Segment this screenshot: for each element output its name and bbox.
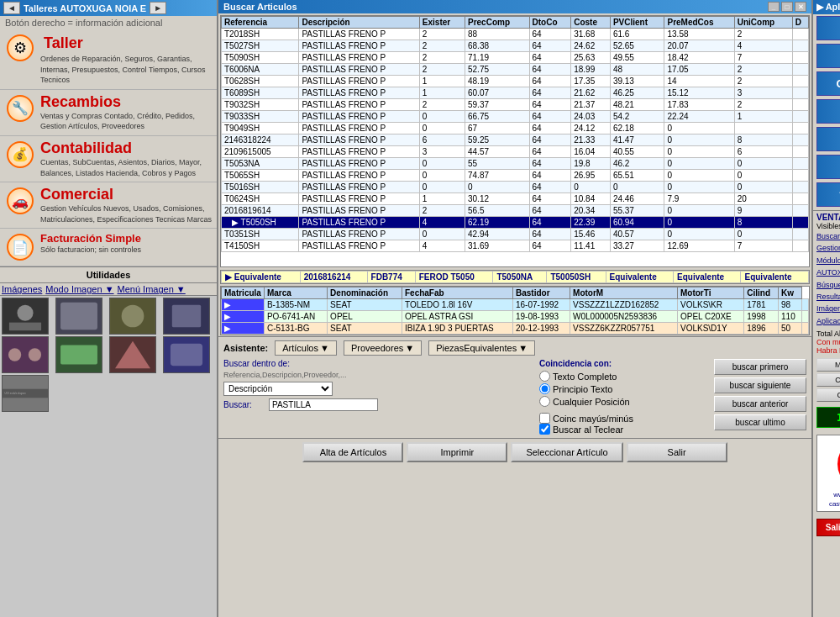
recambios-section[interactable]: 🔧 Recambios Ventas y Compras Contado, Cr…	[0, 90, 217, 136]
col-referencia[interactable]: Referencia	[222, 17, 299, 29]
col-dtoco[interactable]: DtoCo	[529, 17, 571, 29]
left-arrow-btn[interactable]: ◄	[3, 2, 20, 14]
buscar-anterior-btn[interactable]: buscar anterior	[714, 396, 806, 412]
imprimir-btn[interactable]: Imprimir	[407, 442, 507, 462]
vcol-cilind[interactable]: Cilind	[744, 287, 779, 299]
image-thumb[interactable]: UCE module diagram	[2, 375, 49, 412]
table-row[interactable]: T0628SHPASTILLAS FRENO P148.196417.3539.…	[222, 76, 809, 87]
facturacion-section[interactable]: 📄 Facturación Simple Sólo facturacion; s…	[0, 229, 217, 266]
vcol-fechafab[interactable]: FechaFab	[402, 287, 512, 299]
ventana-autoxuga[interactable]: AUTOXUGA: Ges	[816, 266, 840, 278]
table-row[interactable]: ▶ T5050SHPASTILLAS FRENO P462.196422.396…	[222, 217, 809, 229]
vcol-bastidor[interactable]: Bastidor	[512, 287, 570, 299]
checkbox-mayus[interactable]: Coinc mayús/minús	[539, 413, 707, 424]
image-thumb[interactable]	[55, 298, 102, 335]
tab-proveedores[interactable]: Proveedores ▼	[344, 340, 422, 356]
table-row[interactable]: T9032SHPASTILLAS FRENO P259.376421.3748.…	[222, 99, 809, 111]
table-row[interactable]: T9033SHPASTILLAS FRENO P066.756424.0354.…	[222, 111, 809, 123]
radio-texto-completo[interactable]: Texto Completo	[539, 371, 707, 382]
vcol-marca[interactable]: Marca	[264, 287, 327, 299]
nav-tecnica[interactable]: Tecnica	[816, 44, 840, 68]
image-thumb[interactable]	[2, 298, 49, 335]
buscar-siguiente-btn[interactable]: buscar siguiente	[714, 377, 806, 393]
table-row[interactable]: T6006NAPASTILLAS FRENO P252.756418.99481…	[222, 64, 809, 76]
table-row[interactable]: T5016SHPASTILLAS FRENO P00640000	[222, 182, 809, 193]
tab-articulos[interactable]: Artículos ▼	[275, 340, 337, 356]
utilidades-btn[interactable]: Utilidades	[0, 266, 217, 282]
ventana-imagenes[interactable]: Imágenes	[816, 303, 840, 314]
vcol-denominacion[interactable]: Denominación	[328, 287, 402, 299]
table-row[interactable]: T5090SHPASTILLAS FRENO P271.196425.6349.…	[222, 52, 809, 64]
comercial-section[interactable]: 🚗 Comercial Gestion Vehículos Nuevos, Us…	[0, 182, 217, 229]
nav-manual[interactable]: ? Manual	[816, 182, 840, 207]
image-thumb[interactable]	[55, 336, 102, 373]
table-row[interactable]: T5065SHPASTILLAS FRENO P074.876426.9565.…	[222, 170, 809, 182]
mostrar-ventana-btn[interactable]: Mostrar Ventana	[816, 358, 840, 372]
menu-imagen-btn[interactable]: Menú Imagen ▼	[118, 284, 186, 294]
table-row[interactable]: T6089SHPASTILLAS FRENO P160.076421.6246.…	[222, 87, 809, 99]
table-row[interactable]: T9049SHPASTILLAS FRENO P0676424.1262.180	[222, 123, 809, 134]
vehicle-row[interactable]: ▶B-1385-NMSEATTOLEDO 1.8l 16V16-07-1992V…	[222, 299, 809, 311]
vcol-motorm[interactable]: MotorM	[570, 287, 678, 299]
vehicle-row[interactable]: ▶PO-6741-ANOPELOPEL ASTRA GSI19-08-1993W…	[222, 311, 809, 323]
image-thumb[interactable]	[109, 336, 156, 373]
table-row[interactable]: 2109615005PASTILLAS FRENO P344.576416.04…	[222, 146, 809, 158]
table-row[interactable]: T5053NAPASTILLAS FRENO P0556419.846.200	[222, 158, 809, 170]
ventana-resultados[interactable]: Resultados	[816, 291, 840, 303]
col-unicomp[interactable]: UniComp	[734, 17, 792, 29]
nav-gestion[interactable]: Gestion	[816, 16, 840, 40]
vcol-matricula[interactable]: Matricula	[222, 287, 265, 299]
col-existencias[interactable]: Exister	[419, 17, 465, 29]
radio-cualquier-posicion[interactable]: Cualquier Posición	[539, 396, 707, 407]
articles-table-container[interactable]: Referencia Descripción Exister PrecComp …	[220, 15, 810, 267]
image-thumb[interactable]	[163, 298, 210, 335]
ventana-aplicaciones[interactable]: Aplicaciones	[816, 315, 840, 327]
col-coste[interactable]: Coste	[571, 17, 611, 29]
tab-piezas[interactable]: PiezasEquivalentes ▼	[428, 340, 535, 356]
col-d[interactable]: D	[792, 17, 808, 29]
nav-nominas[interactable]: Nominas	[816, 155, 840, 179]
exit-program-btn[interactable]: Salir del Programa	[816, 519, 840, 536]
col-preccomp[interactable]: PrecComp	[465, 17, 530, 29]
nav-scope[interactable]: Scope	[816, 127, 840, 151]
nav-catalogos[interactable]: Catalogos	[816, 71, 840, 96]
table-row[interactable]: T5027SHPASTILLAS FRENO P268.386424.6252.…	[222, 40, 809, 52]
vcol-kw[interactable]: Kw	[779, 287, 802, 299]
radio-principio-texto[interactable]: Principio Texto	[539, 383, 707, 394]
checkbox-teclear[interactable]: Buscar al Teclear	[539, 424, 707, 435]
search-scope-select[interactable]: Descripción Referencia Proveedor	[223, 382, 333, 396]
modo-imagen-btn[interactable]: Modo Imagen ▼	[45, 284, 113, 294]
alta-btn[interactable]: Alta de Artículos	[302, 442, 403, 462]
minimize-btn[interactable]: _	[768, 2, 780, 12]
table-row[interactable]: T2018SHPASTILLAS FRENO P2886431.6861.613…	[222, 29, 809, 40]
col-premedcos[interactable]: PreMedCos	[664, 17, 734, 29]
table-row[interactable]: 2146318224PASTILLAS FRENO P659.256421.33…	[222, 134, 809, 146]
ventana-buscar[interactable]: Buscar Artículos	[816, 230, 840, 242]
image-thumb[interactable]	[109, 298, 156, 335]
ventana-modulo[interactable]: Módulo de Gestión	[816, 255, 840, 266]
salir-btn[interactable]: Salir	[627, 442, 727, 462]
buscar-ultimo-btn[interactable]: buscar ultimo	[714, 414, 806, 430]
vehicle-row[interactable]: ▶C-5131-BGSEATIBIZA 1.9D 3 PUERTAS20-12-…	[222, 323, 809, 335]
search-input[interactable]	[269, 398, 378, 411]
table-row[interactable]: 2016819614PASTILLAS FRENO P256.56420.345…	[222, 205, 809, 217]
seleccionar-btn[interactable]: Seleccionar Artículo	[511, 442, 622, 462]
centrar-ventana-btn[interactable]: Centrar Ventana	[816, 373, 840, 387]
ventana-gestion[interactable]: Gestion Global de	[816, 242, 840, 254]
contabilidad-section[interactable]: 💰 Contabilidad Cuentas, SubCuentas, Asie…	[0, 136, 217, 182]
nav-scanner[interactable]: Scanner	[816, 99, 840, 124]
cerrar-ventana-btn[interactable]: Cerrar Ventana	[816, 388, 840, 402]
buscar-primero-btn[interactable]: buscar primero	[714, 359, 806, 375]
ventana-busqueda[interactable]: Búsqueda Rápida	[816, 279, 840, 291]
col-pvclient[interactable]: PVClient	[610, 17, 664, 29]
image-thumb[interactable]	[163, 336, 210, 373]
table-row[interactable]: T0351SHPASTILLAS FRENO P042.946415.4640.…	[222, 229, 809, 240]
col-descripcion[interactable]: Descripción	[299, 17, 419, 29]
vcol-motorti[interactable]: MotorTi	[677, 287, 743, 299]
right-arrow-btn[interactable]: ►	[150, 2, 166, 14]
close-btn[interactable]: ✕	[795, 2, 806, 12]
image-thumb[interactable]	[2, 336, 49, 373]
table-row[interactable]: T0624SHPASTILLAS FRENO P130.126410.8424.…	[222, 193, 809, 205]
table-row[interactable]: T4150SHPASTILLAS FRENO P431.696411.4133.…	[222, 240, 809, 252]
taller-section[interactable]: ⚙ Taller Ordenes de Reparación, Seguros,…	[0, 29, 217, 90]
